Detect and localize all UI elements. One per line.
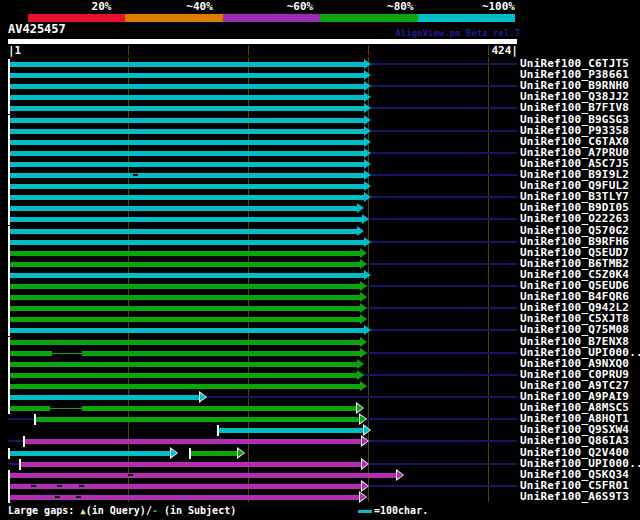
start-tick bbox=[8, 237, 10, 248]
strand-arrow-icon bbox=[360, 381, 367, 391]
alignment-bar[interactable] bbox=[35, 417, 360, 422]
alignment-bar[interactable] bbox=[9, 395, 200, 400]
strand-arrow-icon bbox=[357, 370, 364, 380]
gap-dash bbox=[76, 496, 81, 498]
alignment-bar[interactable] bbox=[9, 340, 360, 345]
alignment-bar[interactable] bbox=[9, 84, 364, 89]
alignment-bar[interactable] bbox=[9, 251, 360, 256]
strand-arrow-icon bbox=[364, 115, 371, 125]
gridline bbox=[128, 57, 129, 502]
gap-dash bbox=[128, 474, 133, 476]
start-tick bbox=[8, 115, 10, 126]
strand-arrow-icon bbox=[360, 281, 367, 291]
start-tick bbox=[8, 203, 10, 214]
alignment-bar[interactable] bbox=[9, 195, 364, 200]
gap-dash bbox=[31, 485, 36, 487]
alignment-bar[interactable] bbox=[9, 384, 360, 389]
strand-arrow-icon bbox=[360, 337, 367, 347]
gap-dash bbox=[55, 496, 60, 498]
alignment-bar[interactable] bbox=[9, 184, 364, 189]
strand-arrow-icon bbox=[364, 92, 371, 102]
alignment-bar[interactable] bbox=[9, 118, 364, 123]
gridline bbox=[488, 57, 489, 502]
alignment-bar[interactable] bbox=[9, 317, 360, 322]
alignment-bar[interactable] bbox=[9, 229, 357, 234]
strand-arrow-icon bbox=[357, 226, 364, 236]
alignment-bar[interactable] bbox=[9, 328, 364, 333]
strand-arrow-icon bbox=[364, 137, 371, 147]
alignment-bar[interactable] bbox=[9, 306, 360, 311]
start-tick bbox=[8, 92, 10, 103]
scale-label: ~100% bbox=[482, 0, 515, 13]
alignment-bar[interactable] bbox=[9, 284, 360, 289]
alignment-bar[interactable] bbox=[9, 273, 364, 278]
row-label[interactable]: UniRef100_A6S9T3 bbox=[520, 491, 629, 503]
alignment-bar[interactable] bbox=[218, 428, 364, 433]
alignment-bar[interactable] bbox=[9, 106, 364, 111]
alignment-bar[interactable] bbox=[9, 173, 364, 178]
query-bar bbox=[8, 39, 517, 44]
ruler-tick bbox=[488, 45, 489, 55]
strand-arrow-icon bbox=[357, 203, 364, 213]
alignment-bar[interactable] bbox=[9, 162, 364, 167]
strand-arrow-icon bbox=[364, 426, 370, 434]
alignment-bar[interactable] bbox=[9, 373, 357, 378]
alignment-bar[interactable] bbox=[9, 73, 364, 78]
strand-arrow-icon bbox=[360, 259, 367, 269]
scale-label: 20% bbox=[92, 0, 112, 13]
gap-dash bbox=[79, 485, 84, 487]
strand-arrow-icon bbox=[364, 181, 371, 191]
alignment-bar[interactable] bbox=[9, 473, 397, 478]
strand-arrow-icon bbox=[360, 348, 367, 358]
scale-label: ~40% bbox=[186, 0, 213, 13]
alignment-bar[interactable] bbox=[190, 451, 238, 456]
gap-in-query-text: (in Query)/ bbox=[86, 505, 152, 516]
strand-arrow-icon bbox=[364, 126, 371, 136]
start-tick bbox=[8, 314, 10, 325]
gap-legend: Large gaps: ▲(in Query)/- (in Subject) bbox=[8, 505, 236, 517]
strand-arrow-icon bbox=[364, 170, 371, 180]
strand-arrow-icon bbox=[360, 248, 367, 258]
start-tick bbox=[8, 181, 10, 192]
alignment-bar[interactable] bbox=[9, 62, 364, 67]
ruler-end-label: 424| bbox=[492, 44, 519, 57]
strand-arrow-icon bbox=[360, 314, 367, 324]
start-tick bbox=[8, 70, 10, 81]
start-tick bbox=[8, 481, 10, 492]
strand-arrow-icon bbox=[362, 460, 368, 468]
alignment-bar[interactable] bbox=[20, 462, 362, 467]
alignment-bar[interactable] bbox=[9, 262, 360, 267]
start-tick bbox=[8, 470, 10, 481]
ruler-start-label: |1 bbox=[8, 44, 21, 57]
strand-arrow-icon bbox=[362, 437, 368, 445]
alignment-bar[interactable] bbox=[9, 151, 364, 156]
scale-legend-text: =100char. bbox=[374, 505, 428, 517]
start-tick bbox=[8, 248, 10, 259]
alignment-bar[interactable] bbox=[9, 362, 357, 367]
strand-arrow-icon bbox=[364, 270, 371, 280]
start-tick bbox=[23, 436, 25, 447]
strand-arrow-icon bbox=[357, 404, 363, 412]
alignment-bar[interactable] bbox=[9, 129, 364, 134]
start-tick bbox=[8, 303, 10, 314]
query-name: AV425457 bbox=[8, 23, 66, 36]
start-tick bbox=[8, 81, 10, 92]
alignment-bar[interactable] bbox=[9, 451, 171, 456]
alignment-bar[interactable] bbox=[9, 206, 357, 211]
alignment-bar[interactable] bbox=[9, 217, 362, 222]
alignment-bar[interactable] bbox=[24, 439, 362, 444]
strand-arrow-icon bbox=[364, 70, 371, 80]
alignment-bar[interactable] bbox=[9, 95, 364, 100]
strand-arrow-icon bbox=[360, 303, 367, 313]
start-tick bbox=[8, 292, 10, 303]
strand-arrow-icon bbox=[171, 449, 177, 457]
alignment-bar[interactable] bbox=[9, 240, 364, 245]
ruler-tick bbox=[128, 45, 129, 55]
alignment-bar[interactable] bbox=[9, 495, 360, 500]
alignment-bar[interactable] bbox=[9, 140, 364, 145]
start-tick bbox=[8, 492, 10, 503]
start-tick bbox=[8, 270, 10, 281]
strand-arrow-icon bbox=[364, 192, 371, 202]
start-tick bbox=[8, 126, 10, 137]
alignment-bar[interactable] bbox=[9, 295, 360, 300]
